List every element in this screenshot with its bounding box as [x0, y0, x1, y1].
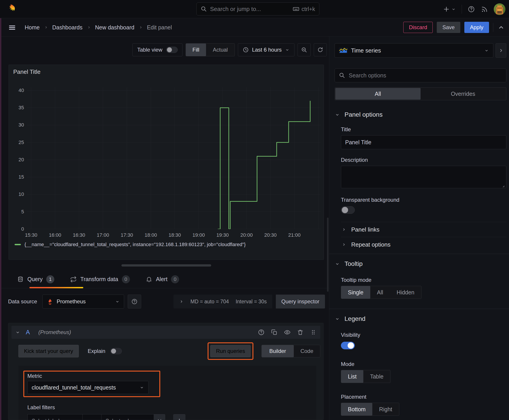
tab-query[interactable]: Query 1 [17, 270, 54, 288]
select-value-dropdown[interactable]: Select value [101, 414, 154, 420]
description-label: Description [341, 157, 506, 163]
tab-overrides[interactable]: Overrides [421, 88, 506, 100]
kickstart-query-button[interactable]: Kick start your query [18, 345, 79, 357]
datasource-help-button[interactable] [128, 295, 141, 308]
datasource-value: Prometheus [57, 298, 85, 305]
collapse-pane-button[interactable] [495, 43, 506, 58]
y-axis-tick: 10 [11, 191, 24, 197]
caret-down-icon [285, 47, 290, 52]
tooltip-mode-single[interactable]: Single [341, 286, 370, 299]
query-builder-body: Metric cloudflared_tunnel_total_requests… [18, 366, 316, 420]
panel-links-section[interactable]: Panel links [335, 222, 506, 237]
series-line [218, 101, 310, 229]
table-view-toggle[interactable] [166, 47, 178, 53]
save-button[interactable]: Save [437, 22, 460, 33]
options-search-input[interactable] [349, 72, 502, 79]
bell-icon [146, 276, 152, 283]
label-filter-row: Select label = Select value [27, 414, 311, 420]
select-label-dropdown[interactable]: Select label [27, 414, 83, 420]
clock-icon [243, 47, 249, 53]
add-filter-button[interactable] [173, 414, 185, 420]
resize-grip-icon[interactable] [501, 184, 505, 188]
metric-select[interactable]: cloudflared_tunnel_total_requests [27, 381, 149, 394]
datasource-select[interactable]: Prometheus [42, 295, 124, 308]
query-options-summary[interactable]: MD = auto = 704 Interval = 30s [174, 295, 272, 308]
duplicate-icon[interactable] [271, 329, 278, 336]
x-axis-tick: 18:00 [141, 232, 161, 238]
chevron-down-icon[interactable] [15, 330, 20, 335]
time-range-picker[interactable]: Last 6 hours [238, 43, 295, 56]
chevron-right-icon [341, 227, 346, 232]
legend-placement-right[interactable]: Right [372, 403, 399, 415]
tooltip-mode-hidden[interactable]: Hidden [390, 286, 421, 299]
scrollbar-thumb[interactable] [327, 218, 328, 292]
user-avatar[interactable] [494, 3, 505, 15]
time-series-chart[interactable]: 15:3016:0016:3017:0017:3018:0018:3019:00… [9, 65, 324, 260]
query-inspector-button[interactable]: Query inspector [276, 295, 325, 308]
run-queries-button[interactable]: Run queries [210, 345, 251, 357]
tab-alert[interactable]: Alert 0 [146, 270, 179, 288]
tab-transform-data[interactable]: Transform data 0 [70, 270, 130, 288]
drag-grip-icon[interactable] [310, 329, 317, 336]
repeat-options-section[interactable]: Repeat options [335, 237, 506, 252]
chart-panel: Panel Title 15:3016:0016:3017:0017:3018:… [8, 65, 324, 260]
actual-segment[interactable]: Actual [206, 44, 235, 56]
breadcrumb-dashboards[interactable]: Dashboards [52, 24, 83, 31]
repeat-options-label: Repeat options [351, 241, 390, 248]
legend-visibility-label: Visibility [341, 332, 506, 338]
legend-mode-list[interactable]: List [341, 370, 363, 383]
breadcrumb-new-dashboard[interactable]: New dashboard [95, 24, 134, 31]
explain-toggle[interactable] [110, 348, 122, 354]
close-icon [157, 418, 162, 420]
help-icon[interactable] [468, 6, 475, 13]
visualization-picker[interactable]: Time series [335, 43, 493, 58]
chart-plot-area[interactable] [27, 87, 321, 229]
legend-mode-table[interactable]: Table [363, 370, 390, 383]
description-textarea[interactable] [341, 166, 506, 188]
trash-icon[interactable] [297, 329, 304, 336]
options-search[interactable] [335, 68, 506, 82]
time-range-label: Last 6 hours [252, 47, 282, 53]
breadcrumb-home[interactable]: Home [25, 24, 40, 31]
search-input[interactable] [210, 6, 289, 13]
menu-icon[interactable] [8, 23, 16, 32]
tab-transform-count: 0 [122, 275, 130, 283]
panel-edit-toolbar: Table view Fill Actual Last 6 hours [132, 43, 327, 56]
tab-all[interactable]: All [335, 88, 421, 100]
discard-button[interactable]: Discard [403, 22, 433, 33]
help-icon[interactable] [258, 329, 265, 336]
remove-filter-button[interactable] [154, 414, 165, 420]
eye-icon[interactable] [284, 329, 291, 336]
operator-value: = [87, 418, 90, 420]
code-segment[interactable]: Code [294, 345, 320, 357]
query-ref-id[interactable]: A [26, 329, 30, 336]
apply-button[interactable]: Apply [464, 22, 489, 33]
panel-options-section[interactable]: Panel options [335, 111, 506, 118]
legend-placement-bottom[interactable]: Bottom [341, 403, 372, 415]
refresh-button[interactable] [314, 43, 327, 56]
builder-segment[interactable]: Builder [262, 345, 294, 357]
panel-title-input[interactable] [341, 135, 506, 149]
transparent-background-toggle[interactable] [341, 206, 355, 214]
query-row-header[interactable]: A (Prometheus) [11, 326, 320, 339]
query-tabs: Query 1 Transform data 0 Alert 0 [1, 270, 329, 288]
y-axis-tick: 35 [11, 105, 24, 111]
resize-drag-handle[interactable] [122, 264, 211, 267]
legend-section[interactable]: Legend [335, 315, 506, 322]
tooltip-mode-all[interactable]: All [370, 286, 390, 299]
caret-down-icon [139, 385, 144, 390]
tooltip-section[interactable]: Tooltip [335, 260, 506, 267]
operator-dropdown[interactable]: = [83, 414, 101, 420]
chart-legend[interactable]: {__name__="cloudflared_tunnel_total_requ… [15, 242, 246, 248]
zoom-out-button[interactable] [298, 43, 311, 56]
global-search[interactable]: ctrl+k [196, 2, 319, 15]
chevron-up-icon[interactable] [497, 23, 505, 31]
news-rss-icon[interactable] [481, 6, 488, 13]
transparent-background-label: Transparent background [341, 197, 506, 203]
grafana-logo-icon[interactable] [6, 4, 17, 14]
legend-visibility-toggle[interactable] [341, 342, 355, 349]
x-axis-tick: 16:30 [69, 232, 89, 238]
add-new-button[interactable] [443, 6, 456, 13]
interval-stat: Interval = 30s [236, 299, 267, 305]
fill-segment[interactable]: Fill [186, 44, 206, 56]
